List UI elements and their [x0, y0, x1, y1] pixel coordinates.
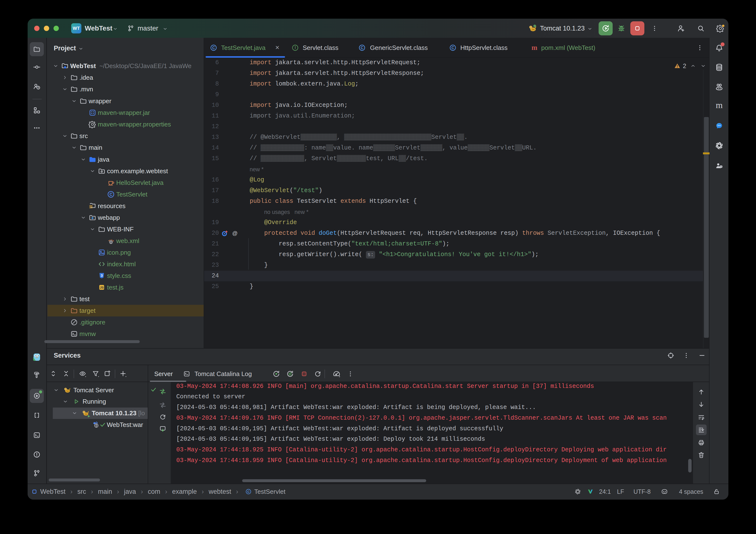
svg-text:C: C [247, 490, 250, 493]
svg-text:m: m [531, 44, 537, 51]
svg-text:?: ? [38, 86, 39, 89]
svg-text:I: I [295, 45, 296, 50]
svg-text:m: m [716, 101, 723, 109]
svg-text:C: C [361, 46, 364, 50]
svg-text:C: C [452, 46, 454, 50]
svg-text:C: C [109, 192, 112, 197]
svg-text:JS: JS [100, 286, 104, 289]
svg-text:3: 3 [101, 273, 103, 277]
svg-text:@: @ [232, 230, 237, 236]
svg-text:C: C [212, 46, 215, 50]
